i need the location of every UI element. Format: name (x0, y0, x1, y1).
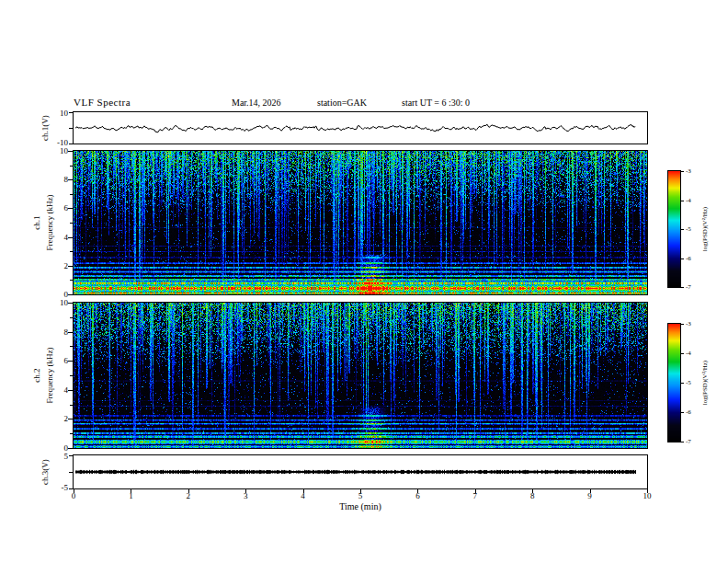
colorbar-tick-label: -4 (686, 197, 691, 204)
ch1-spectrogram-canvas (74, 151, 647, 294)
ch1-spectrogram-panel (73, 150, 648, 295)
y-tick-mark (69, 112, 73, 113)
x-tick-mark (417, 489, 418, 493)
ch2-spectrogram-canvas (74, 303, 647, 448)
ch2-colorbar-label: log(PSD)(V²/Hz) (701, 361, 709, 405)
y-tick-mark (70, 280, 73, 281)
y-tick-mark (68, 151, 73, 152)
y-tick-mark (68, 303, 73, 304)
ch3-waveform-canvas (74, 455, 647, 488)
y-tick-label: -5 (42, 483, 68, 492)
title-start-ut: start UT = 6 :30: 0 (402, 98, 470, 108)
colorbar-tick-label: -6 (686, 255, 691, 262)
x-tick-mark (245, 489, 246, 493)
y-tick-label: 2 (42, 414, 68, 423)
ch2-spectrogram-panel (73, 302, 648, 449)
colorbar-tick-mark (681, 442, 684, 442)
colorbar-tick-mark (681, 412, 684, 413)
y-tick-mark (68, 390, 73, 391)
colorbar-tick-mark (681, 353, 684, 354)
y-tick-mark (68, 419, 73, 419)
ch1-waveform-canvas (74, 112, 647, 144)
ch1-channel-label: ch.1 (32, 215, 41, 229)
colorbar-tick-mark (681, 287, 684, 288)
y-tick-mark (70, 375, 73, 376)
y-tick-label: 4 (42, 233, 68, 242)
vlf-spectra-figure: VLF Spectra Mar.14, 2026 station=GAK sta… (0, 0, 728, 563)
y-tick-label: 6 (42, 203, 68, 213)
x-tick-mark (131, 489, 131, 493)
colorbar-tick-label: -5 (686, 379, 691, 386)
y-tick-mark (69, 488, 73, 489)
y-tick-label: 2 (42, 261, 68, 270)
y-tick-label: 4 (42, 385, 68, 395)
y-tick-mark (68, 448, 73, 449)
ch1-colorbar-gradient (668, 171, 680, 287)
ch2-colorbar (667, 323, 681, 442)
colorbar-tick-mark (681, 324, 684, 325)
ch1-voltage-axis-label: ch.1(V) (40, 115, 50, 141)
y-tick-mark (69, 128, 73, 129)
ch2-channel-label: ch.2 (32, 368, 41, 382)
x-tick-mark (74, 489, 74, 493)
colorbar-tick-label: -5 (686, 225, 691, 233)
y-tick-mark (70, 223, 73, 224)
page-title: VLF Spectra (74, 97, 131, 108)
y-tick-mark (68, 294, 73, 295)
x-tick-mark (360, 489, 361, 493)
y-tick-label: -10 (42, 138, 68, 147)
y-tick-mark (70, 194, 73, 195)
colorbar-tick-label: -7 (686, 438, 691, 445)
colorbar-tick-mark (681, 201, 684, 201)
ch1-colorbar-label: log(PSD)(V²/Hz) (701, 207, 709, 251)
x-tick-mark (475, 489, 476, 493)
ch1-waveform-panel (73, 111, 648, 144)
x-tick-mark (532, 489, 533, 493)
ch2-colorbar-gradient (668, 324, 680, 442)
colorbar-tick-label: -4 (686, 350, 691, 357)
x-tick-mark (647, 489, 648, 493)
y-tick-mark (68, 266, 73, 267)
colorbar-tick-label: -3 (686, 320, 691, 327)
y-tick-mark (70, 405, 73, 406)
colorbar-tick-mark (681, 171, 684, 172)
y-tick-mark (69, 144, 73, 144)
title-station: station=GAK (317, 98, 367, 108)
colorbar-tick-label: -6 (686, 408, 691, 416)
y-tick-mark (69, 455, 73, 456)
colorbar-tick-mark (681, 259, 684, 259)
colorbar-tick-mark (681, 383, 684, 384)
ch3-voltage-axis-label: ch.3(V) (40, 459, 50, 485)
y-tick-label: 6 (42, 356, 68, 365)
y-tick-mark (68, 332, 73, 333)
y-tick-label: 8 (42, 175, 68, 184)
y-tick-label: 5 (42, 452, 68, 461)
x-tick-mark (590, 489, 591, 493)
y-tick-label: 10 (42, 298, 68, 307)
ch3-waveform-panel (73, 454, 648, 489)
colorbar-tick-label: -7 (686, 283, 691, 291)
x-tick-mark (303, 489, 304, 493)
y-tick-mark (68, 361, 73, 362)
title-date: Mar.14, 2026 (232, 98, 281, 108)
y-tick-mark (69, 472, 73, 473)
y-tick-mark (70, 433, 73, 434)
y-tick-mark (70, 251, 73, 252)
ch1-colorbar (667, 170, 681, 288)
y-tick-label: 10 (42, 109, 68, 118)
y-tick-mark (70, 317, 73, 318)
y-tick-mark (68, 179, 73, 180)
colorbar-tick-mark (681, 229, 684, 230)
y-tick-label: 8 (42, 327, 68, 337)
colorbar-tick-label: -3 (686, 167, 691, 175)
y-tick-label: 10 (42, 146, 68, 155)
y-tick-mark (68, 237, 73, 238)
y-tick-mark (70, 166, 73, 167)
x-tick-mark (188, 489, 189, 493)
time-axis-label: Time (min) (74, 501, 647, 511)
y-tick-mark (68, 208, 73, 209)
y-tick-mark (70, 346, 73, 347)
